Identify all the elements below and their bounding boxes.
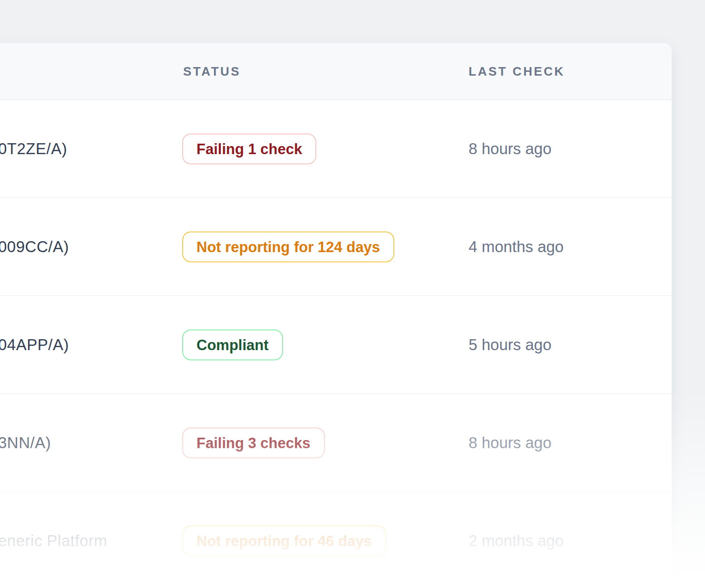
device-name: 0T2ZE/A) — [0, 140, 67, 158]
table-row[interactable]: eneric Platform Not reporting for 46 day… — [0, 492, 672, 588]
table-row[interactable]: 3NN/A) Failing 3 checks 8 hours ago — [0, 394, 672, 492]
status-badge: Not reporting for 124 days — [182, 231, 394, 262]
status-badge: Not reporting for 46 days — [182, 525, 386, 556]
devices-table-card: STATUS LAST CHECK 0T2ZE/A) Failing 1 che… — [0, 43, 672, 588]
table-header-row: STATUS LAST CHECK — [0, 43, 672, 100]
last-check-value: 5 hours ago — [469, 336, 551, 354]
table-row[interactable]: 009CC/A) Not reporting for 124 days 4 mo… — [0, 198, 672, 296]
device-name: 04APP/A) — [0, 336, 69, 354]
last-check-value: 2 months ago — [469, 532, 564, 550]
table-row[interactable]: 04APP/A) Compliant 5 hours ago — [0, 296, 672, 394]
last-check-value: 4 months ago — [469, 238, 564, 256]
table-row[interactable]: 0T2ZE/A) Failing 1 check 8 hours ago — [0, 100, 672, 198]
last-check-value: 8 hours ago — [469, 434, 551, 452]
column-header-last-check: LAST CHECK — [469, 64, 565, 78]
device-name: 3NN/A) — [0, 434, 51, 452]
status-badge: Compliant — [182, 329, 283, 360]
device-name: 009CC/A) — [0, 238, 69, 256]
status-badge: Failing 3 checks — [182, 427, 325, 458]
status-badge: Failing 1 check — [182, 133, 316, 164]
device-name: eneric Platform — [0, 532, 107, 550]
column-header-status: STATUS — [183, 64, 241, 78]
last-check-value: 8 hours ago — [469, 140, 551, 158]
